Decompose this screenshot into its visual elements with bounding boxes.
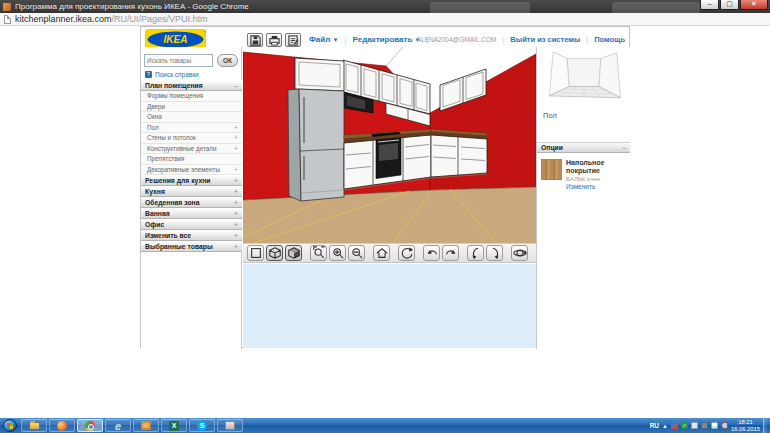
browser-titlebar: Программа для проектирования кухонь ИКЕА… bbox=[0, 0, 770, 13]
expand-icon: + bbox=[234, 210, 238, 217]
redo-button[interactable] bbox=[442, 245, 459, 261]
sidebar-section-1[interactable]: Решения для кухни+ bbox=[141, 175, 242, 186]
file-menu[interactable]: Файл ▼ bbox=[309, 35, 338, 44]
account-area: ALENA2004@GMAIL.COM | Выйти из системы |… bbox=[417, 35, 625, 44]
kitchen-planner-app: IKEA ® Файл ▼ | Редактировать ▼ | ALENA2… bbox=[140, 26, 630, 348]
background-tab[interactable] bbox=[430, 2, 530, 13]
update-tray-icon[interactable] bbox=[691, 422, 698, 429]
taskbar-explorer-button[interactable] bbox=[21, 419, 47, 432]
expand-icon: + bbox=[234, 199, 238, 206]
network-tray-icon[interactable] bbox=[711, 422, 718, 429]
undo-icon bbox=[425, 246, 439, 260]
maximize-button[interactable]: ▢ bbox=[720, 0, 739, 10]
item-list-icon[interactable] bbox=[285, 33, 301, 47]
help-search-link[interactable]: ? Поиск справки bbox=[145, 71, 199, 78]
taskbar-internet-explorer-button[interactable]: e bbox=[105, 419, 131, 432]
taskbar-outlook-button[interactable]: ✉ bbox=[133, 419, 159, 432]
firefox-icon bbox=[57, 421, 67, 431]
sidebar: ОК ? Поиск справки План помещения – Форм… bbox=[141, 47, 242, 349]
close-button[interactable]: ✕ bbox=[740, 0, 768, 10]
sidebar-item-8[interactable]: Декоративные элементы+ bbox=[141, 165, 242, 176]
sidebar-section-7[interactable]: Выбранные товары+ bbox=[141, 241, 242, 252]
sidebar-item-label: Формы помещения bbox=[147, 92, 203, 99]
url-text[interactable]: kitchenplanner.ikea.com/RU/UI/Pages/VPUI… bbox=[15, 14, 208, 24]
sidebar-section-label: Изменить все bbox=[145, 232, 191, 239]
taskbar-skype-button[interactable]: S bbox=[189, 419, 215, 432]
plan-workspace[interactable] bbox=[243, 264, 536, 348]
sidebar-section-2[interactable]: Кухня+ bbox=[141, 186, 242, 197]
explorer-icon bbox=[29, 422, 40, 430]
view-2d-button[interactable] bbox=[247, 245, 264, 261]
site-favicon-icon bbox=[3, 3, 11, 11]
rotate-view-icon bbox=[400, 246, 414, 260]
excel-icon: X bbox=[169, 421, 179, 431]
language-indicator[interactable]: RU bbox=[650, 422, 659, 429]
sidebar-section-label: Ванная bbox=[145, 210, 170, 217]
search-ok-button[interactable]: ОК bbox=[217, 54, 238, 67]
background-tab[interactable] bbox=[612, 2, 700, 13]
taskbar-firefox-button[interactable] bbox=[49, 419, 75, 432]
taskbar-chrome-button[interactable] bbox=[77, 419, 103, 432]
minimize-button[interactable]: – bbox=[700, 0, 719, 10]
taskbar-excel-button[interactable]: X bbox=[161, 419, 187, 432]
sidebar-section-3[interactable]: Обеденная зона+ bbox=[141, 197, 242, 208]
sidebar-item-4[interactable]: Пол+ bbox=[141, 123, 242, 134]
sidebar-section-label: Обеденная зона bbox=[145, 199, 199, 206]
antivirus-tray-icon[interactable]: ✓ bbox=[681, 422, 688, 429]
zoom-out-button[interactable] bbox=[348, 245, 365, 261]
expand-icon: + bbox=[234, 221, 238, 228]
rotate-left-button[interactable] bbox=[467, 245, 484, 261]
sidebar-section-4[interactable]: Ванная+ bbox=[141, 208, 242, 219]
windows-taskbar: e✉XS RU ▲ ✓ 18:21 16.06.2015 bbox=[0, 418, 770, 433]
change-link[interactable]: Изменить bbox=[566, 183, 624, 190]
logout-link[interactable]: Выйти из системы bbox=[510, 35, 580, 44]
sidebar-item-7[interactable]: Препятствия bbox=[141, 154, 242, 165]
room-preview[interactable] bbox=[541, 51, 627, 109]
kitchen-3d-view[interactable] bbox=[243, 47, 536, 243]
quick-buttons bbox=[247, 33, 301, 47]
rotate-right-button[interactable] bbox=[486, 245, 503, 261]
sidebar-item-6[interactable]: Конструктивные детали+ bbox=[141, 144, 242, 155]
rotate-view-button[interactable] bbox=[398, 245, 415, 261]
window-controls: – ▢ ✕ bbox=[699, 0, 768, 10]
start-button[interactable] bbox=[3, 419, 17, 432]
undo-button[interactable] bbox=[423, 245, 440, 261]
volume-tray-icon[interactable] bbox=[721, 422, 728, 429]
floor-covering-option: Напольное покрытие БАЛЬК клен Изменить bbox=[541, 159, 624, 190]
sidebar-section-plan[interactable]: План помещения – bbox=[141, 80, 242, 91]
show-hidden-icons-button[interactable]: ▲ bbox=[662, 423, 668, 429]
view-3d-solid-button[interactable] bbox=[285, 245, 302, 261]
sidebar-item-5[interactable]: Стены и потолок+ bbox=[141, 133, 242, 144]
account-divider: | bbox=[502, 35, 504, 44]
sidebar-item-2[interactable]: Двери bbox=[141, 102, 242, 113]
home-view-button[interactable] bbox=[373, 245, 390, 261]
search-input[interactable] bbox=[144, 54, 213, 67]
taskbar-generic-app-button[interactable] bbox=[217, 419, 243, 432]
user-email: ALENA2004@GMAIL.COM bbox=[417, 36, 497, 43]
svg-text:®: ® bbox=[204, 30, 207, 34]
right-panel: Пол Опции – Напольное покрытие БАЛЬК кле… bbox=[536, 47, 630, 349]
collapse-icon: – bbox=[234, 82, 238, 89]
floor-texture-thumbnail[interactable] bbox=[541, 159, 562, 180]
option-title: Напольное покрытие bbox=[566, 159, 624, 175]
action-center-tray-icon[interactable] bbox=[671, 422, 678, 429]
help-link-top[interactable]: Помощь bbox=[594, 35, 625, 44]
view-3d-wireframe-button[interactable] bbox=[266, 245, 283, 261]
browser-addressbar[interactable]: kitchenplanner.ikea.com/RU/UI/Pages/VPUI… bbox=[0, 13, 770, 26]
options-header[interactable]: Опции – bbox=[537, 142, 630, 153]
zoom-in-button[interactable] bbox=[329, 245, 346, 261]
zoom-out-icon bbox=[350, 246, 364, 260]
clock[interactable]: 18:21 16.06.2015 bbox=[731, 419, 760, 432]
edit-menu[interactable]: Редактировать ▼ bbox=[353, 35, 421, 44]
save-icon[interactable] bbox=[247, 33, 263, 47]
display-tray-icon[interactable] bbox=[701, 422, 708, 429]
show-desktop-button[interactable] bbox=[763, 418, 767, 433]
sidebar-item-3[interactable]: Окна bbox=[141, 112, 242, 123]
window-title: Программа для проектирования кухонь ИКЕА… bbox=[15, 2, 249, 11]
zoom-fit-button[interactable] bbox=[310, 245, 327, 261]
sidebar-section-6[interactable]: Изменить все+ bbox=[141, 230, 242, 241]
orbit-button[interactable] bbox=[511, 245, 528, 261]
sidebar-item-1[interactable]: Формы помещения bbox=[141, 91, 242, 102]
print-icon[interactable] bbox=[266, 33, 282, 47]
sidebar-section-5[interactable]: Офис+ bbox=[141, 219, 242, 230]
